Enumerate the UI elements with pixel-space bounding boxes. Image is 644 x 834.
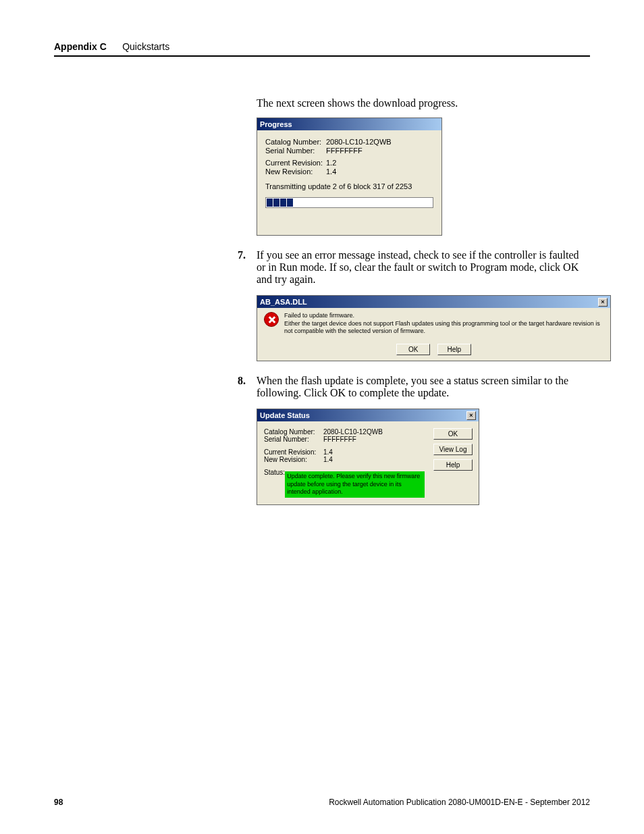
serial-label: Serial Number: [265,147,326,155]
ok-button[interactable]: OK [433,428,473,440]
publication-info: Rockwell Automation Publication 2080-UM0… [329,798,590,807]
help-button[interactable]: Help [433,459,473,471]
status-label: Status: [264,469,285,498]
error-line2: Either the target device does not suppor… [284,320,603,336]
newrev-value: 1.4 [323,456,333,463]
newrev-label: New Revision: [264,456,323,463]
currev-value: 1.2 [326,159,336,167]
step-number: 8. [238,375,257,399]
catalog-value: 2080-LC10-12QWB [323,428,383,436]
newrev-value: 1.4 [326,167,336,176]
error-titlebar: AB_ASA.DLL × [257,296,610,308]
status-message: Update complete. Please verify this new … [285,471,425,498]
error-dialog: AB_ASA.DLL × Failed to update firmware. … [257,295,611,361]
step-number: 7. [238,249,257,286]
error-icon [264,312,279,327]
step-text: If you see an error message instead, che… [257,249,590,286]
progress-bar [265,197,433,208]
help-button[interactable]: Help [437,344,471,355]
appendix-label: Appendix C [54,41,107,52]
page-footer: 98 Rockwell Automation Publication 2080-… [54,798,590,807]
close-icon[interactable]: × [598,298,608,307]
currev-label: Current Revision: [265,159,326,167]
status-titlebar: Update Status × [257,409,479,421]
viewlog-button[interactable]: View Log [433,444,473,455]
page-header: Appendix C Quickstarts [54,41,590,57]
progress-title: Progress [260,120,292,128]
step-8: 8. When the flash update is complete, yo… [238,375,590,399]
progress-titlebar: Progress [257,118,441,130]
newrev-label: New Revision: [265,167,326,176]
step-text: When the flash update is complete, you s… [257,375,590,399]
serial-value: FFFFFFFF [323,436,356,443]
catalog-value: 2080-LC10-12QWB [326,138,392,146]
status-dialog: Update Status × Catalog Number:2080-LC10… [257,409,479,505]
close-icon[interactable]: × [466,411,476,420]
error-title: AB_ASA.DLL [260,298,307,306]
progress-status: Transmitting update 2 of 6 block 317 of … [265,182,433,190]
currev-value: 1.4 [323,448,333,456]
ok-button[interactable]: OK [396,344,430,355]
step-7: 7. If you see an error message instead, … [238,249,590,286]
catalog-label: Catalog Number: [264,428,323,436]
currev-label: Current Revision: [264,448,323,456]
page-number: 98 [54,798,63,807]
progress-dialog: Progress Catalog Number:2080-LC10-12QWB … [257,118,442,236]
serial-value: FFFFFFFF [326,147,363,155]
intro-text: The next screen shows the download progr… [257,97,590,109]
serial-label: Serial Number: [264,436,323,443]
status-title: Update Status [260,411,310,419]
section-label: Quickstarts [122,41,169,52]
catalog-label: Catalog Number: [265,138,326,146]
error-line1: Failed to update firmware. [284,312,603,320]
